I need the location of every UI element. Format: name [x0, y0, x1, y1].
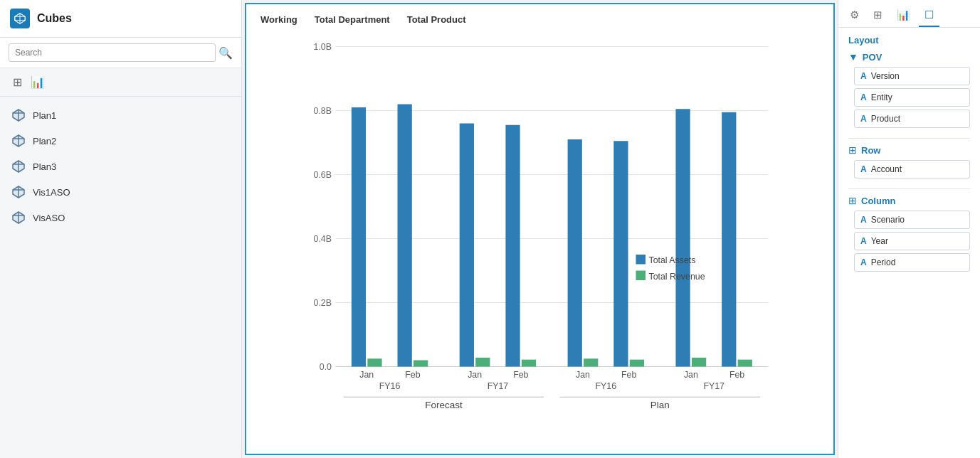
svg-text:Jan: Jan [684, 370, 698, 380]
layout-item-label: Version [871, 71, 900, 81]
layout-item-label: Year [871, 236, 888, 246]
cube-list: Plan1 Plan2 Plan3 Vis1ASO VisASO [0, 97, 241, 458]
layout-item-type-icon: A [860, 114, 867, 124]
layout-item-label: Product [871, 114, 900, 124]
svg-rect-32 [352, 107, 366, 367]
row-items: AAccount [848, 160, 970, 179]
search-button[interactable]: 🔍 [218, 46, 233, 60]
svg-rect-47 [584, 358, 598, 366]
column-items: AScenarioAYearAPeriod [848, 211, 970, 272]
svg-rect-54 [692, 358, 706, 367]
svg-text:Forecast: Forecast [425, 400, 463, 410]
layout-item-account[interactable]: AAccount [854, 160, 970, 179]
cube-label: Plan1 [33, 110, 56, 121]
row-group: ⊞ Row AAccount [848, 144, 970, 179]
svg-text:Feb: Feb [729, 370, 744, 380]
svg-rect-33 [367, 358, 381, 366]
search-input[interactable] [9, 43, 216, 62]
svg-text:0.0: 0.0 [320, 362, 332, 372]
svg-text:Total Revenue: Total Revenue [649, 272, 705, 282]
svg-rect-56 [722, 112, 736, 367]
svg-rect-39 [460, 124, 474, 367]
cube-label: Plan2 [33, 136, 56, 147]
svg-rect-49 [613, 141, 628, 366]
nav-icons: ⊞ 📊 [0, 68, 241, 97]
svg-text:Jan: Jan [468, 370, 482, 380]
app-logo [10, 9, 30, 28]
pov-items: AVersionAEntityAProduct [848, 67, 970, 128]
layout-item-label: Entity [871, 92, 892, 102]
layout-item-type-icon: A [860, 71, 867, 81]
divider-2 [848, 188, 970, 189]
svg-text:0.4B: 0.4B [314, 234, 332, 244]
row-icon: ⊞ [848, 144, 857, 156]
chart-header-label: Working [260, 14, 297, 25]
column-icon: ⊞ [848, 195, 857, 206]
svg-text:FY17: FY17 [488, 381, 509, 391]
svg-text:Jan: Jan [576, 370, 590, 380]
right-panel-tabs: ⚙⊞📊☐ [838, 0, 980, 28]
cube-label: Plan3 [33, 161, 56, 172]
svg-text:0.2B: 0.2B [314, 298, 332, 308]
svg-rect-43 [522, 360, 536, 367]
layout-item-label: Scenario [871, 215, 905, 225]
column-label: Column [861, 196, 895, 206]
layout-item-scenario[interactable]: AScenario [854, 211, 970, 229]
nav-grid-icon[interactable]: ⊞ [9, 73, 26, 92]
layout-tab[interactable]: ☐ [919, 4, 939, 27]
svg-rect-35 [398, 105, 412, 367]
cube-item-vis1aso[interactable]: Vis1ASO [0, 179, 241, 205]
svg-text:FY16: FY16 [379, 381, 401, 391]
svg-rect-40 [475, 358, 490, 367]
svg-text:FY16: FY16 [596, 381, 617, 391]
nav-chart-icon[interactable]: 📊 [26, 73, 49, 92]
chart-tab[interactable]: 📊 [891, 4, 916, 27]
layout-item-product[interactable]: AProduct [854, 110, 970, 128]
chart-header-label: Total Department [315, 14, 390, 25]
svg-text:0.8B: 0.8B [314, 106, 332, 116]
cube-item-plan2[interactable]: Plan2 [0, 128, 241, 154]
svg-text:Feb: Feb [405, 370, 420, 380]
svg-rect-50 [630, 360, 644, 367]
svg-text:Feb: Feb [513, 370, 528, 380]
svg-text:Total Assets: Total Assets [649, 255, 696, 265]
chart-header: WorkingTotal DepartmentTotal Product [246, 4, 833, 31]
cube-label: Vis1ASO [33, 187, 70, 198]
right-panel: ⚙⊞📊☐ Layout ▼ POV AVersionAEntityAProduc… [838, 0, 980, 458]
pov-group: ▼ POV AVersionAEntityAProduct [848, 51, 970, 128]
svg-rect-36 [413, 361, 428, 367]
chart-header-label: Total Product [407, 14, 466, 25]
search-bar: 🔍 [0, 38, 241, 68]
settings-tab[interactable]: ⚙ [844, 4, 865, 27]
svg-text:Plan: Plan [650, 400, 670, 410]
svg-text:0.6B: 0.6B [314, 170, 332, 180]
chart-svg: 1.0B0.8B0.6B0.4B0.2B0.0JanFebFY16JanFebF… [253, 31, 826, 447]
layout-item-label: Account [871, 164, 902, 174]
svg-rect-64 [636, 255, 646, 265]
cube-item-plan3[interactable]: Plan3 [0, 154, 241, 179]
main-chart-panel: WorkingTotal DepartmentTotal Product 1.0… [245, 3, 835, 455]
layout-item-type-icon: A [860, 236, 867, 246]
cube-item-visaso[interactable]: VisASO [0, 205, 241, 230]
layout-item-entity[interactable]: AEntity [854, 88, 970, 107]
grid-tab[interactable]: ⊞ [868, 4, 888, 27]
layout-item-version[interactable]: AVersion [854, 67, 970, 85]
layout-item-type-icon: A [860, 257, 867, 267]
svg-rect-57 [738, 360, 752, 367]
cube-label: VisASO [33, 213, 65, 223]
layout-title: Layout [848, 35, 970, 46]
layout-item-year[interactable]: AYear [854, 232, 970, 250]
app-title: Cubes [37, 12, 72, 25]
layout-item-label: Period [871, 257, 896, 267]
layout-item-type-icon: A [860, 92, 867, 102]
layout-item-period[interactable]: APeriod [854, 253, 970, 272]
sidebar: Cubes 🔍 ⊞ 📊 Plan1 Plan2 Plan3 [0, 0, 242, 458]
svg-text:Jan: Jan [359, 370, 374, 380]
svg-text:1.0B: 1.0B [314, 42, 332, 52]
layout-section: Layout ▼ POV AVersionAEntityAProduct ⊞ R… [838, 28, 980, 458]
row-label: Row [861, 145, 880, 156]
svg-text:Feb: Feb [621, 370, 636, 380]
svg-text:FY17: FY17 [703, 381, 725, 391]
svg-rect-66 [636, 271, 646, 281]
cube-item-plan1[interactable]: Plan1 [0, 102, 241, 128]
